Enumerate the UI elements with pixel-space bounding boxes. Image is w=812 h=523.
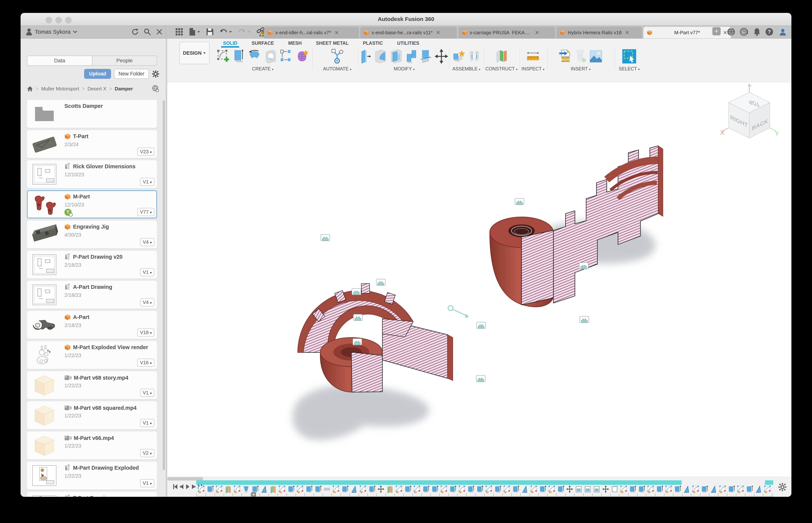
ribbon-group-label[interactable]: INSPECT ▾ [519, 66, 546, 72]
file-card-a-part[interactable]: A-Part 2/18/23 V18 ▾ [27, 311, 157, 339]
document-tab-1[interactable]: x-end-idler-h...ral-rails v7*✕ [264, 27, 359, 38]
redo-menu[interactable] [238, 29, 251, 35]
timeline-feature-sketch-12[interactable] [296, 485, 304, 493]
timeline-feature-sketch-23[interactable] [394, 485, 403, 493]
ribbon-tab-utilities[interactable]: UTILITIES [390, 39, 426, 47]
timeline-feature-sketch-38[interactable] [529, 485, 538, 493]
timeline-feature-sketch-64[interactable] [763, 485, 772, 493]
timeline-feature-sketch-10[interactable] [278, 485, 286, 493]
new-tab-button[interactable]: + [712, 27, 721, 35]
timeline-feature-triangle-18[interactable] [350, 485, 358, 493]
timeline-feature-sketch-25[interactable] [412, 485, 421, 493]
timeline-feature-extrude-52[interactable] [655, 485, 664, 493]
timeline-marker[interactable]: + [251, 492, 256, 497]
timeline-feature-sketch-59[interactable] [718, 485, 727, 493]
close-tab-icon[interactable]: ✕ [436, 30, 440, 36]
document-tab-4[interactable]: Hybrix Hemera Rails v18✕ [557, 27, 642, 38]
file-card-scotts-damper[interactable]: Scotts Damper [27, 100, 157, 128]
search-icon[interactable] [144, 28, 151, 36]
timeline-feature-extrude-36[interactable] [511, 485, 520, 493]
go-to-start-button[interactable] [173, 484, 178, 489]
timeline-feature-extrude-31[interactable] [466, 485, 475, 493]
ribbon-group-label[interactable]: CONSTRUCT ▾ [484, 66, 519, 72]
ribbon-tab-sheet-metal[interactable]: SHEET METAL [309, 39, 356, 47]
timeline-ruler[interactable] [197, 493, 773, 497]
section-marker-1[interactable] [321, 234, 330, 241]
new-folder-button[interactable]: New Folder [114, 69, 149, 79]
tab-data[interactable]: Data [27, 56, 92, 65]
close-tab-icon[interactable]: ✕ [535, 30, 539, 36]
shell-icon[interactable] [390, 49, 403, 64]
upload-button[interactable]: Upload [84, 69, 111, 79]
version-dropdown[interactable]: V1 ▾ [140, 178, 154, 186]
section-marker-5[interactable] [353, 339, 362, 345]
extrude-icon[interactable] [233, 49, 245, 64]
timeline-feature-sketch-5[interactable] [233, 485, 242, 493]
timeline-feature-extrude-49[interactable] [628, 485, 637, 493]
timeline-feature-extrude-11[interactable] [286, 485, 296, 493]
timeline-feature-sketch-33[interactable] [484, 485, 493, 493]
timeline-group-band-end[interactable] [765, 480, 773, 485]
save-icon[interactable] [206, 28, 214, 36]
timeline-feature-extrude-62[interactable] [745, 485, 754, 493]
timeline-feature-plane-4[interactable] [224, 485, 233, 493]
timeline-feature-extrude-20[interactable] [367, 485, 376, 493]
insert-mcmaster-icon[interactable] [575, 49, 586, 64]
file-card-t-part[interactable]: T-Part 2/3/24 V23 ▾ [27, 130, 157, 158]
timeline-feature-extrude-60[interactable] [727, 485, 736, 493]
timeline-feature-plane-9[interactable] [268, 485, 278, 493]
breadcrumb-folder[interactable]: Desert X [87, 86, 106, 92]
document-tab-2[interactable]: x-end-base-he...ra-rails v11*✕ [360, 27, 457, 38]
press-pull-icon[interactable] [360, 49, 371, 64]
file-card-m-part-exploded-view-render[interactable]: M-Part Exploded View render 1/22/23 V16 … [27, 341, 157, 369]
timeline-feature-extrude-17[interactable] [340, 485, 350, 493]
select-window-icon[interactable] [622, 49, 637, 64]
close-tab-icon[interactable]: ✕ [334, 30, 339, 36]
ribbon-tab-mesh[interactable]: MESH [281, 39, 309, 47]
version-dropdown[interactable]: V18 ▾ [137, 328, 154, 337]
ribbon-tab-solid[interactable]: SOLID [216, 39, 244, 47]
timeline-feature-triangle-58[interactable] [709, 485, 718, 493]
version-dropdown[interactable]: V1 ▾ [140, 389, 154, 397]
timeline-feature-plane-22[interactable] [385, 485, 394, 493]
section-marker-8[interactable] [515, 198, 524, 205]
timeline-feature-sketch-3[interactable] [215, 485, 224, 493]
measure-icon[interactable] [526, 49, 540, 64]
ribbon-tab-plastic[interactable]: PLASTIC [356, 39, 390, 47]
timeline-feature-boxoutline-47[interactable] [610, 485, 619, 493]
network-status-icon[interactable] [727, 28, 735, 36]
account-user-name[interactable]: Tomas Sykora [35, 29, 70, 35]
ribbon-group-label[interactable]: AUTOMATE ▾ [317, 66, 357, 72]
timeline-feature-sketch-35[interactable] [502, 485, 511, 493]
timeline-feature-move-21[interactable] [376, 485, 385, 493]
file-card-m-part[interactable]: M-Part 12/10/23 V77 ▾ T [27, 191, 157, 218]
timeline-feature-extrude-32[interactable] [475, 485, 484, 493]
notifications-bell-icon[interactable] [753, 28, 761, 36]
avatar[interactable] [778, 27, 788, 37]
panel-scrollbar[interactable] [163, 100, 165, 470]
ribbon-group-label[interactable]: CREATE ▾ [214, 66, 312, 72]
section-marker-6[interactable] [476, 322, 486, 329]
joint-origin-icon[interactable] [280, 49, 293, 64]
timeline-feature-extrude-50[interactable] [637, 485, 646, 493]
version-dropdown[interactable]: V77 ▾ [137, 208, 154, 216]
undo-menu[interactable] [219, 29, 232, 35]
timeline-settings-gear-icon[interactable] [778, 483, 787, 491]
insert-canvas-icon[interactable] [589, 50, 603, 63]
viewport[interactable]: TOP RIGHT BACK Z X Y +▾±▾▾▾▾ [167, 82, 791, 476]
joint-icon[interactable] [468, 49, 481, 64]
create-sketch-icon[interactable] [216, 49, 230, 64]
timeline-feature-triangle-55[interactable] [682, 485, 691, 493]
timeline-feature-pattern-15[interactable] [322, 485, 332, 493]
new-component-icon[interactable] [452, 49, 465, 64]
version-dropdown[interactable]: V23 ▾ [137, 148, 154, 156]
refresh-icon[interactable] [131, 28, 139, 36]
ribbon-tab-surface[interactable]: SURFACE [244, 39, 281, 47]
ribbon-group-label[interactable]: ASSEMBLE ▾ [450, 66, 483, 72]
section-marker-4[interactable] [353, 314, 363, 321]
timeline-feature-extrude-26[interactable] [421, 485, 430, 493]
section-marker-3[interactable] [352, 288, 361, 295]
timeline-feature-sketch-51[interactable] [646, 485, 655, 493]
timeline-feature-move-46[interactable] [601, 485, 610, 493]
version-dropdown[interactable]: V1 ▾ [140, 268, 154, 276]
